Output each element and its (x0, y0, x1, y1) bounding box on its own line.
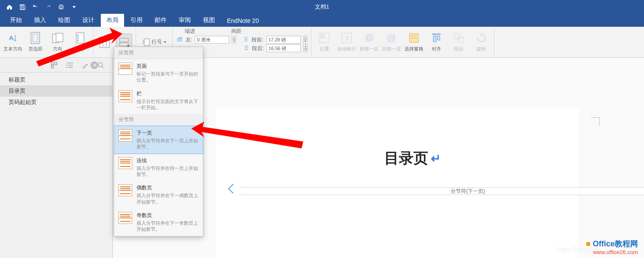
svg-rect-32 (458, 37, 463, 42)
undo-icon[interactable] (32, 3, 39, 10)
ribbon-tabs: 开始 插入 绘图 设计 布局 引用 邮件 审阅 视图 EndNote 20 (0, 14, 644, 27)
nav-item-title-page[interactable]: 标题页 (0, 74, 112, 85)
dd-item-odd-page[interactable]: 奇数页插入分节符并在下一奇数页上开始新节。 (114, 208, 203, 236)
forward-button: 前移一层 (360, 32, 379, 52)
position-button: 位置 (315, 32, 334, 52)
page (216, 109, 578, 258)
selection-pane-button[interactable]: 选择窗格 (404, 32, 423, 52)
svg-rect-24 (388, 36, 394, 42)
svg-rect-9 (100, 37, 109, 47)
title-bar: 文档1 (0, 0, 644, 14)
svg-rect-13 (120, 43, 128, 46)
dd-item-continuous[interactable]: 连续插入分节符并在同一页上开始新节。 (114, 154, 203, 181)
paragraph-mark-icon: ↵ (431, 151, 441, 166)
tab-review[interactable]: 审阅 (173, 14, 196, 27)
column-break-icon (118, 90, 132, 102)
spacing-header: 间距 (231, 28, 242, 35)
nav-thumbs-icon[interactable] (50, 61, 58, 69)
indent-left-icon (176, 37, 183, 43)
columns-button[interactable] (97, 36, 112, 48)
svg-line-42 (102, 66, 104, 68)
margins-button[interactable]: 页边距 (26, 32, 45, 52)
nav-close-button[interactable]: ✕ (90, 61, 98, 69)
svg-rect-29 (433, 36, 436, 42)
svg-rect-7 (56, 33, 63, 42)
tab-mailings[interactable]: 邮件 (149, 14, 172, 27)
svg-rect-35 (51, 66, 53, 68)
align-button[interactable]: 对齐 (427, 32, 446, 52)
qat-dropdown-icon[interactable] (71, 3, 78, 10)
dd-item-even-page[interactable]: 偶数页插入分节符并在下一偶数页上开始新节。 (114, 181, 203, 208)
tab-draw[interactable]: 绘图 (53, 14, 76, 27)
dd-section-section-breaks: 分节符 (114, 114, 203, 126)
quick-access-toolbar (0, 3, 84, 10)
nav-item-pagenum-start[interactable]: 页码起始页 (0, 97, 112, 108)
svg-rect-34 (55, 62, 57, 65)
nav-item-toc-page[interactable]: 目录页 (0, 85, 112, 97)
svg-rect-30 (437, 36, 440, 40)
section-break-indicator: 分节符(下一页) (240, 187, 644, 195)
svg-text:A: A (9, 34, 13, 41)
svg-rect-31 (454, 34, 460, 39)
svg-rect-8 (76, 33, 84, 43)
size-button[interactable]: 大小 (71, 32, 90, 52)
backward-button: 后移一层 (382, 32, 401, 52)
next-page-break-icon (118, 129, 132, 142)
ribbon: A 文本方向 页边距 方向 大小 12 行号 缩进 (0, 27, 644, 58)
tab-view[interactable]: 视图 (197, 14, 221, 27)
svg-point-40 (66, 67, 67, 68)
space-after-input[interactable]: 16.56 磅 (266, 44, 301, 52)
svg-rect-18 (321, 35, 324, 38)
window-title: 文档1 (315, 3, 329, 11)
home-icon[interactable] (6, 3, 13, 10)
space-before-spinner[interactable]: ▲▼ (303, 36, 308, 44)
continuous-break-icon (118, 157, 132, 169)
odd-page-break-icon (118, 212, 132, 224)
svg-rect-33 (51, 62, 53, 65)
space-after-spinner[interactable]: ▲▼ (303, 44, 308, 52)
page-corner-marker (591, 117, 600, 126)
tab-insert[interactable]: 插入 (28, 14, 52, 27)
group-button: 组合 (449, 32, 468, 52)
wrap-button: 自动换行 (337, 32, 356, 52)
text-direction-button[interactable]: A 文本方向 (3, 32, 22, 52)
redo-icon[interactable] (45, 3, 52, 10)
watermark: ■ Office教程网 www.office26.com (586, 239, 638, 255)
tab-references[interactable]: 引用 (125, 14, 148, 27)
svg-rect-14 (144, 39, 149, 46)
dd-item-column[interactable]: 栏指示分栏符后面的文字将从下一栏开始。 (114, 87, 203, 114)
indent-left-input[interactable]: 0 厘米 (195, 36, 229, 44)
save-icon[interactable] (19, 3, 26, 10)
svg-rect-20 (345, 36, 349, 40)
svg-rect-5 (33, 34, 38, 42)
tab-endnote[interactable]: EndNote 20 (221, 15, 264, 27)
dd-section-page-breaks: 分页符 (114, 47, 203, 59)
indent-header: 缩进 (185, 28, 195, 35)
indent-left-spinner[interactable]: ▲▼ (232, 36, 236, 44)
even-page-break-icon (118, 184, 132, 196)
nav-outline-icon[interactable] (66, 61, 74, 69)
svg-rect-12 (120, 38, 128, 42)
page-heading: 目录页 ↵ (384, 148, 441, 168)
svg-point-41 (98, 63, 103, 67)
line-numbers-button[interactable]: 12 行号 (140, 38, 169, 47)
navigation-pane: ✕ 标题页 目录页 页码起始页 (0, 58, 113, 258)
svg-rect-22 (367, 34, 373, 40)
svg-rect-1 (60, 5, 62, 6)
rotate-button: 旋转 (472, 32, 491, 52)
svg-text:2: 2 (143, 41, 144, 44)
orientation-button[interactable]: 方向 (48, 32, 67, 52)
page-break-icon (118, 63, 132, 75)
dd-item-page[interactable]: 页面标记一页结束与下一页开始的位置。 (114, 59, 203, 87)
nav-edit-icon[interactable] (81, 61, 89, 69)
svg-point-39 (66, 65, 67, 66)
tab-design[interactable]: 设计 (77, 14, 100, 27)
breaks-dropdown: 分页符 页面标记一页结束与下一页开始的位置。 栏指示分栏符后面的文字将从下一栏开… (114, 47, 203, 236)
tab-layout[interactable]: 布局 (101, 14, 124, 27)
dd-item-next-page[interactable]: 下一页插入分节符并在下一页上开始新节。 (114, 126, 203, 154)
print-icon[interactable] (58, 3, 65, 10)
space-after-icon (243, 45, 249, 51)
tab-home[interactable]: 开始 (4, 14, 28, 27)
space-before-icon (243, 37, 249, 43)
space-before-input[interactable]: 17.28 磅 (266, 36, 301, 44)
